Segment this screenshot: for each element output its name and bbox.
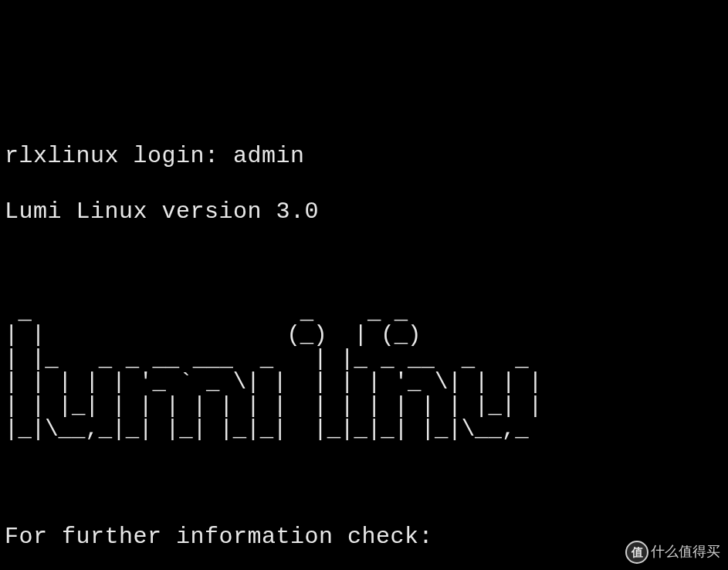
os-version-line: Lumi Linux version 3.0	[5, 198, 723, 226]
info-check-line: For further information check:	[5, 523, 723, 551]
ascii-banner: _ _ _ _ | | (_) | (_) | |_ _ _ __ ___ _ …	[5, 301, 723, 443]
watermark-badge-icon: 值	[625, 541, 648, 564]
terminal-output[interactable]: rlxlinux login: admin Lumi Linux version…	[0, 111, 728, 570]
login-prompt-line: rlxlinux login: admin	[5, 142, 723, 170]
watermark: 值 什么值得买	[625, 541, 720, 564]
watermark-text: 什么值得买	[651, 544, 720, 561]
